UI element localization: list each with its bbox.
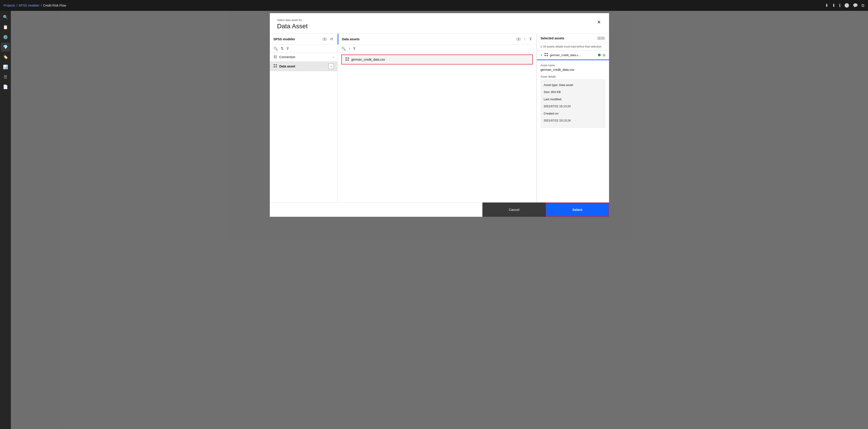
left-panel-badge: 2 [322,37,327,41]
left-filter-icon[interactable]: ⊽ [286,47,289,51]
selected-item-chevron[interactable]: ∨ [540,53,542,57]
sidebar-charts[interactable]: 📊 [1,62,10,71]
german-credit-icon [345,57,349,62]
download-icon[interactable]: ⬇ [832,3,835,8]
connection-icon: ⛓ [273,55,277,59]
svg-rect-4 [346,58,347,59]
info-circle-icon: ℹ [540,45,541,49]
right-panel-info: ℹ All assets details must load before fi… [537,43,609,51]
svg-rect-5 [348,58,349,59]
svg-rect-6 [346,60,347,61]
connection-chevron: › [333,55,334,59]
selected-item-name: german_credit_data.c... [550,53,596,57]
info-text: All assets details must load before fina… [543,45,602,48]
main-area: Select data asset for... Data Asset ✕ SP… [11,11,868,429]
breadcrumb-sep2: / [41,4,41,7]
middle-panel-badge: 1 [516,37,521,41]
asset-size: Size: 854 KB [544,89,602,95]
data-asset-label: Data asset [279,64,326,68]
german-credit-data-item[interactable]: german_credit_data.csv [341,55,533,64]
select-button[interactable]: Select [546,203,609,217]
sidebar-search[interactable]: 🔍 [1,13,10,22]
modal-overlay: Select data asset for... Data Asset ✕ SP… [11,11,868,429]
right-panel-header: Selected assets 1 / 1 [537,34,609,43]
modal-subtitle: Select data asset for... [277,19,308,22]
asset-created-label: Created on: [544,111,602,116]
asset-name-label: Asset name [540,64,606,67]
selected-item-row: ∨ german_credit_data.c... ⊖ [537,51,609,60]
modal-title: Data Asset [277,23,308,30]
breadcrumb: Projects / SPSS modeler / Credit Risk Fl… [4,4,66,7]
selected-item-icon [545,53,548,57]
info-icon[interactable]: ℹ [839,3,841,8]
data-asset-icon [273,64,277,68]
middle-panel-list: german_credit_data.csv [338,53,536,202]
left-panel-title: SPSS modeler [273,37,320,41]
middle-filter-icon[interactable]: ⊽ [353,47,356,51]
asset-details-section: Asset name german_credit_data.csv Asset … [537,60,609,202]
history-icon[interactable]: 🕐 [844,3,849,8]
breadcrumb-sep1: / [17,4,18,7]
sidebar-docs[interactable]: 📄 [1,82,10,91]
asset-details-label: Asset details [540,75,606,78]
sidebar-assets[interactable]: 💎 [1,42,10,52]
modal-header-content: Select data asset for... Data Asset [277,19,308,30]
connection-item[interactable]: ⛓ Connection › [270,53,337,61]
modal-body: SPSS modeler 2 ↺ 🔍 ⇅ ⊽ ⛓ Connection [270,34,609,202]
middle-sort-icon[interactable]: ↑ [348,47,350,51]
connection-label: Connection [279,55,331,59]
left-search-icon[interactable]: 🔍 [273,47,278,51]
asset-name-value: german_credit_data.csv [540,68,606,71]
asset-details-box: Asset type: Data asset Size: 854 KB Last… [540,79,606,128]
middle-search-icon[interactable]: 🔍 [341,47,346,51]
topbar-icons: ⬇ ⬇ ℹ 🕐 💬 ⧉ [825,3,864,8]
left-panel-list: ⛓ Connection › [270,53,337,202]
comment-icon[interactable]: 💬 [853,3,858,8]
middle-panel-refresh[interactable]: ↑ [523,37,527,42]
left-panel-refresh[interactable]: ↺ [329,36,334,42]
svg-rect-9 [547,53,548,54]
middle-panel-title: Data assets [342,37,514,41]
middle-panel-filter[interactable]: ⊽ [528,36,533,42]
sidebar-pages[interactable]: 📋 [1,23,10,32]
share-icon[interactable]: ⧉ [862,3,864,8]
sidebar-tags[interactable]: 🏷️ [1,53,10,62]
modal-close-button[interactable]: ✕ [596,19,602,26]
german-credit-name: german_credit_data.csv [351,58,385,61]
middle-panel-toolbar: 🔍 ↑ ⊽ [338,44,536,53]
sidebar-list[interactable]: ☰ [1,72,10,82]
breadcrumb-projects[interactable]: Projects [4,4,15,7]
topbar: Projects / SPSS modeler / Credit Risk Fl… [0,0,868,11]
left-panel: SPSS modeler 2 ↺ 🔍 ⇅ ⊽ ⛓ Connection [270,34,338,202]
svg-rect-2 [274,66,275,67]
svg-rect-8 [545,53,546,54]
asset-modified-value: 2021/07/22 15:13:24 [544,104,602,109]
svg-rect-3 [276,66,277,67]
breadcrumb-spss[interactable]: SPSS modeler [19,4,39,7]
save-icon[interactable]: ⬇ [825,3,829,8]
middle-panel: Data assets 1 ↑ ⊽ 🔍 ↑ ⊽ [338,34,537,202]
asset-type: Asset type: Data asset [544,82,602,88]
svg-rect-0 [274,64,275,65]
right-panel: Selected assets 1 / 1 ℹ All assets detai… [537,34,609,202]
selected-item-status [598,54,601,56]
asset-modified-label: Last modified: [544,97,602,102]
svg-rect-1 [276,64,277,65]
selected-item-remove[interactable]: ⊖ [602,53,606,57]
modal-header: Select data asset for... Data Asset ✕ [270,13,609,34]
left-sort-icon[interactable]: ⇅ [281,47,284,51]
left-panel-toolbar: 🔍 ⇅ ⊽ [270,44,337,53]
asset-created-value: 2021/07/22 15:13:24 [544,118,602,123]
svg-rect-7 [348,60,349,61]
modal-footer: Cancel Select [270,202,609,217]
right-panel-badge: 1 / 1 [597,36,606,40]
breadcrumb-current: Credit Risk Flow [43,4,66,7]
modal: Select data asset for... Data Asset ✕ SP… [270,13,609,217]
svg-rect-11 [547,55,548,56]
data-asset-item[interactable]: Data asset › [270,61,337,71]
sidebar-settings[interactable]: ⚙️ [1,33,10,42]
data-asset-chevron-btn[interactable]: › [329,64,334,69]
cancel-button[interactable]: Cancel [483,203,546,217]
left-panel-header: SPSS modeler 2 ↺ [270,34,337,44]
right-panel-title: Selected assets [540,36,595,40]
